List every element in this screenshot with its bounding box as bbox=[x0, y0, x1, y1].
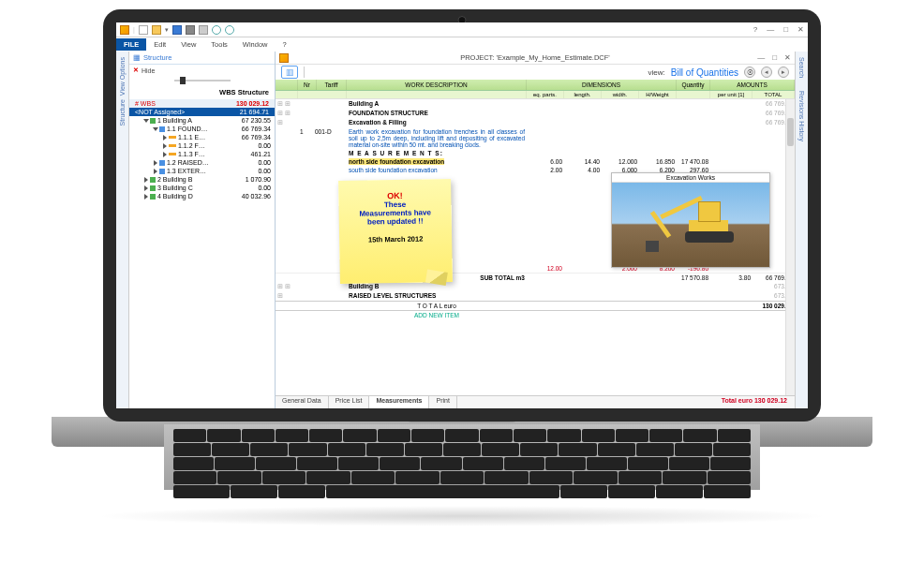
separator: | bbox=[133, 26, 135, 33]
cell-nr1: 1 bbox=[298, 127, 313, 149]
north-eq[interactable]: 6.00 bbox=[527, 157, 564, 166]
tab-search[interactable]: Search bbox=[798, 57, 805, 78]
wbs-row[interactable]: 1.2 RAISED…0.00 bbox=[129, 158, 275, 167]
bottom-tabs: General Data Price List Measurements Pri… bbox=[276, 395, 795, 408]
tab-revisions-history[interactable]: Revisions History bbox=[798, 83, 805, 141]
subtotal-pu: 3.80 bbox=[710, 274, 753, 282]
app-icon bbox=[120, 25, 129, 35]
wbs-row[interactable]: 1.3 EXTER…0.00 bbox=[129, 167, 275, 175]
view-label: view: bbox=[648, 68, 665, 77]
menu-view[interactable]: View bbox=[173, 38, 203, 51]
north-hw[interactable]: 16.850 bbox=[639, 157, 677, 166]
cell-desc1[interactable]: Earth work excavation for foundation tre… bbox=[347, 127, 527, 149]
col-eq: eq. parts. bbox=[527, 91, 564, 98]
menu-tools[interactable]: Tools bbox=[203, 38, 235, 51]
structure-icon: ▦ bbox=[133, 53, 141, 62]
col-pu: per unit [1] bbox=[710, 91, 753, 98]
save-icon[interactable] bbox=[172, 25, 182, 35]
app-icon bbox=[279, 53, 289, 63]
wbs-row[interactable]: 1.1.2 F…0.00 bbox=[129, 141, 275, 150]
col-amounts: AMOUNTS bbox=[710, 80, 795, 90]
col-nr: Nr bbox=[298, 80, 317, 90]
doc-close-icon[interactable]: ✕ bbox=[784, 53, 791, 62]
menu-window[interactable]: Window bbox=[235, 38, 276, 51]
dropdown-icon[interactable]: ▾ bbox=[165, 26, 169, 34]
tab-price-list[interactable]: Price List bbox=[329, 396, 370, 408]
view-boq[interactable]: Bill of Quantities bbox=[671, 67, 738, 78]
right-side-tabs: Search Revisions History bbox=[795, 52, 808, 408]
tools-icon[interactable] bbox=[199, 25, 208, 35]
structure-panel: ▦ Structure ✕ Hide WBS Structure # WBS 1… bbox=[129, 52, 276, 408]
menu-edit[interactable]: Edit bbox=[146, 38, 173, 51]
tab-view-options[interactable]: View Options bbox=[119, 57, 126, 96]
north-qty: 17 470.08 bbox=[677, 157, 710, 166]
quick-toolbar: | ▾ ? — □ ✕ bbox=[116, 22, 808, 37]
sticky-date: 15th March 2012 bbox=[345, 234, 446, 244]
grid-header: Nr Tariff WORK DESCRIPTION DIMENSIONS Qu… bbox=[276, 80, 795, 91]
wbs-row[interactable]: 2 Building B1 070.90 bbox=[129, 175, 275, 184]
hash-icon: # bbox=[135, 100, 139, 107]
maximize-icon[interactable]: □ bbox=[783, 25, 788, 34]
wbs-row[interactable]: 1 Building A67 230.55 bbox=[129, 116, 275, 125]
undo-icon[interactable] bbox=[212, 25, 221, 35]
nav-prev-icon[interactable]: ◂ bbox=[761, 67, 772, 78]
wbs-row[interactable]: 3 Building C0.00 bbox=[129, 184, 275, 192]
wbs-label: WBS bbox=[141, 100, 156, 107]
nav-next-icon[interactable]: ▸ bbox=[778, 67, 789, 78]
main-panel: PROJECT: 'Example_My_Home_Estimate.DCF' … bbox=[276, 52, 795, 408]
vertical-scrollbar[interactable] bbox=[785, 99, 795, 395]
not-assigned-row[interactable]: <NOT Assigned> 21 694.71 bbox=[129, 108, 275, 116]
row-foundation-structure[interactable]: FOUNDATION STRUCTURE bbox=[347, 109, 527, 118]
south-len[interactable]: 4.00 bbox=[564, 166, 602, 174]
new-icon[interactable] bbox=[139, 25, 148, 35]
wbs-row[interactable]: 4 Building D40 032.96 bbox=[129, 192, 275, 200]
north-len[interactable]: 14.40 bbox=[564, 157, 602, 166]
col-dims: DIMENSIONS bbox=[527, 80, 677, 90]
row-excavation-filling[interactable]: Excavation & Filling bbox=[347, 118, 527, 127]
doc-titlebar: PROJECT: 'Example_My_Home_Estimate.DCF' … bbox=[276, 52, 795, 65]
wbs-row[interactable]: 1.1.1 E…66 769.34 bbox=[129, 133, 275, 141]
north-wid[interactable]: 12.000 bbox=[602, 157, 639, 166]
col-qty: Quantity bbox=[677, 80, 710, 90]
add-new-item[interactable]: ADD NEW ITEM bbox=[347, 311, 527, 319]
wbs-tree: 1 Building A67 230.551.1 FOUND…66 769.34… bbox=[129, 116, 275, 200]
row-building-a[interactable]: Building A bbox=[347, 99, 527, 109]
nav-first-icon[interactable]: ⦿ bbox=[744, 67, 755, 78]
doc-maximize-icon[interactable]: □ bbox=[772, 53, 777, 62]
wbs-totals: # WBS 130 029.12 bbox=[129, 99, 275, 108]
col-desc: WORK DESCRIPTION bbox=[347, 80, 527, 90]
project-title: PROJECT: 'Example_My_Home_Estimate.DCF' bbox=[460, 53, 610, 62]
wbs-structure-title: WBS Structure bbox=[129, 85, 275, 99]
cell-north[interactable]: north side foundation excavation bbox=[349, 158, 444, 165]
tab-structure[interactable]: Structure bbox=[119, 99, 126, 135]
tab-general-data[interactable]: General Data bbox=[276, 396, 329, 408]
hide-button[interactable]: ✕ Hide bbox=[129, 65, 275, 76]
doc-minimize-icon[interactable]: — bbox=[757, 53, 765, 62]
row-raised-level[interactable]: RAISED LEVEL STRUCTURES bbox=[347, 291, 527, 301]
col-tariff: Tariff bbox=[317, 80, 347, 90]
minimize-icon[interactable]: — bbox=[767, 25, 774, 34]
sticky-note[interactable]: OK! These Measurements have been updated… bbox=[338, 179, 453, 284]
wbs-row[interactable]: 1.1.3 F…461.21 bbox=[129, 150, 275, 158]
left-side-tabs: View Options Structure bbox=[116, 52, 129, 408]
hide-label: Hide bbox=[142, 67, 155, 74]
redo-icon[interactable] bbox=[225, 25, 234, 35]
col-tot: TOTAL bbox=[753, 91, 795, 98]
excavator-image bbox=[612, 183, 769, 267]
book-icon[interactable]: ▥ bbox=[281, 66, 298, 79]
folder-icon[interactable] bbox=[152, 25, 161, 35]
help-icon[interactable]: ? bbox=[753, 25, 757, 34]
attachment-image[interactable]: Excavation Works bbox=[611, 172, 770, 268]
neg-eq[interactable]: 12.00 bbox=[527, 264, 564, 273]
view-icon[interactable] bbox=[186, 25, 195, 35]
cell-south[interactable]: south side foundation excavation bbox=[347, 166, 527, 174]
wbs-grand-total: 130 029.12 bbox=[236, 100, 269, 107]
tab-measurements[interactable]: Measurements bbox=[369, 396, 429, 408]
menu-file[interactable]: FILE bbox=[116, 38, 146, 51]
close-icon[interactable]: ✕ bbox=[797, 25, 804, 34]
wbs-row[interactable]: 1.1 FOUND…66 769.34 bbox=[129, 125, 275, 133]
south-eq[interactable]: 2.00 bbox=[527, 166, 564, 174]
menu-help[interactable]: ? bbox=[276, 38, 294, 51]
tab-print[interactable]: Print bbox=[429, 396, 456, 408]
zoom-slider[interactable] bbox=[129, 76, 275, 85]
